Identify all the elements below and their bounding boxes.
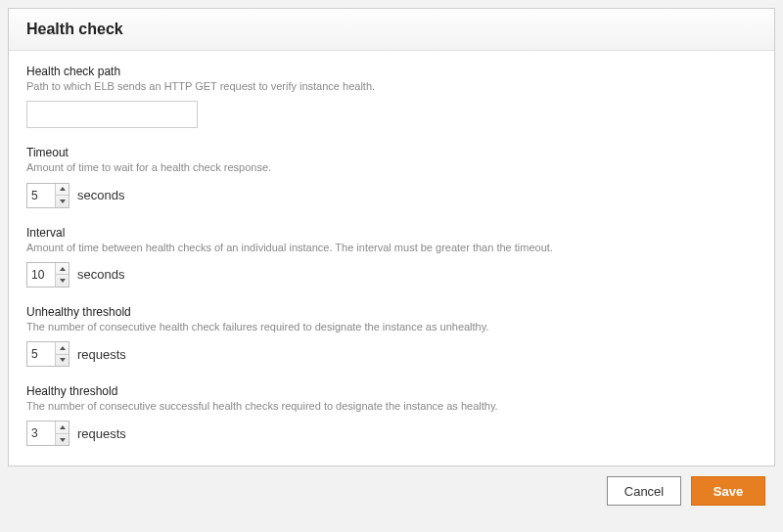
timeout-desc: Amount of time to wait for a health chec… xyxy=(26,160,757,174)
timeout-input[interactable] xyxy=(27,184,55,207)
timeout-unit: seconds xyxy=(77,188,124,202)
svg-marker-0 xyxy=(60,187,66,191)
healthy-threshold-desc: The number of consecutive successful hea… xyxy=(26,399,757,413)
timeout-step-down[interactable] xyxy=(56,195,69,207)
timeout-step-up[interactable] xyxy=(56,184,69,196)
interval-label: Interval xyxy=(26,226,757,240)
svg-marker-5 xyxy=(60,358,66,362)
health-check-path-label: Health check path xyxy=(26,65,757,78)
unhealthy-step-up[interactable] xyxy=(56,342,69,354)
action-bar: Cancel Save xyxy=(8,466,775,510)
svg-marker-4 xyxy=(60,346,66,350)
timeout-stepper[interactable] xyxy=(26,183,69,208)
svg-marker-6 xyxy=(60,425,66,429)
field-health-check-path: Health check path Path to which ELB send… xyxy=(26,65,757,128)
svg-marker-3 xyxy=(60,279,66,283)
field-unhealthy-threshold: Unhealthy threshold The number of consec… xyxy=(26,305,757,367)
interval-stepper[interactable] xyxy=(26,262,69,288)
interval-unit: seconds xyxy=(77,267,124,282)
healthy-threshold-label: Healthy threshold xyxy=(26,384,757,398)
unhealthy-threshold-stepper[interactable] xyxy=(26,341,69,367)
interval-input[interactable] xyxy=(27,263,55,287)
svg-marker-2 xyxy=(60,267,66,271)
healthy-step-down[interactable] xyxy=(56,433,69,446)
healthy-threshold-input[interactable] xyxy=(27,421,55,445)
interval-step-up[interactable] xyxy=(56,263,69,275)
save-button[interactable]: Save xyxy=(691,476,765,506)
healthy-threshold-unit: requests xyxy=(77,426,126,441)
panel-header: Health check xyxy=(9,9,774,51)
interval-desc: Amount of time between health checks of … xyxy=(26,241,757,254)
unhealthy-threshold-unit: requests xyxy=(77,347,126,362)
health-check-path-desc: Path to which ELB sends an HTTP GET requ… xyxy=(26,79,757,93)
unhealthy-threshold-input[interactable] xyxy=(27,342,55,366)
health-check-panel: Health check Health check path Path to w… xyxy=(8,8,775,466)
field-interval: Interval Amount of time between health c… xyxy=(26,226,757,288)
unhealthy-threshold-desc: The number of consecutive health check f… xyxy=(26,320,757,333)
field-healthy-threshold: Healthy threshold The number of consecut… xyxy=(26,384,757,446)
health-check-path-input[interactable] xyxy=(26,101,198,128)
unhealthy-threshold-label: Unhealthy threshold xyxy=(26,305,757,319)
unhealthy-step-down[interactable] xyxy=(56,354,69,367)
cancel-button[interactable]: Cancel xyxy=(607,476,681,506)
timeout-label: Timeout xyxy=(26,146,757,159)
field-timeout: Timeout Amount of time to wait for a hea… xyxy=(26,146,757,207)
svg-marker-1 xyxy=(60,200,66,203)
healthy-step-up[interactable] xyxy=(56,421,69,433)
svg-marker-7 xyxy=(60,438,66,442)
panel-title: Health check xyxy=(26,21,757,38)
interval-step-down[interactable] xyxy=(56,274,69,287)
healthy-threshold-stepper[interactable] xyxy=(26,421,69,446)
